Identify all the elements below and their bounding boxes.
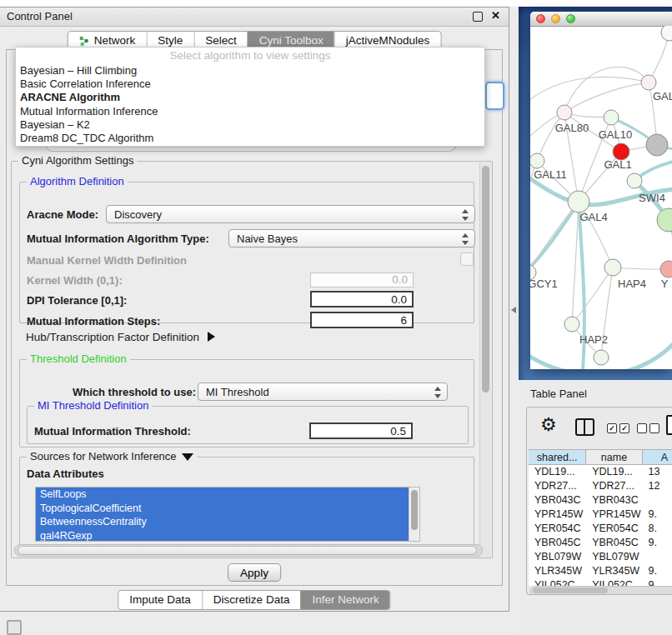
algorithm-option[interactable]: Bayesian – Hill Climbing <box>16 64 484 78</box>
document-icon[interactable] <box>666 415 672 435</box>
tab-infer-network[interactable]: Infer Network <box>300 591 389 609</box>
table-row[interactable]: YER054CYER054C8. <box>529 522 672 536</box>
expanded-arrow-icon <box>182 453 193 461</box>
attribute-item[interactable]: BetweennessCentrality <box>36 515 412 529</box>
dpi-tolerance-field[interactable]: 0.0 <box>310 291 414 308</box>
table-hscroll-thumb[interactable] <box>533 588 608 593</box>
algorithm-options: Bayesian – Hill ClimbingBasic Correlatio… <box>16 64 484 145</box>
column-header-name[interactable]: name <box>586 449 642 465</box>
algorithm-option[interactable]: Dream8 DC_TDC Algorithm <box>16 132 484 145</box>
aracne-mode-select[interactable]: Discovery <box>106 205 475 223</box>
tab-label: Infer Network <box>312 591 379 609</box>
algorithm-option[interactable]: Bayesian – K2 <box>16 118 484 132</box>
network-node-gal1[interactable] <box>613 143 629 160</box>
network-node-gal10[interactable] <box>604 110 619 125</box>
cyni-task-tabs: Impute DataDiscretize DataInfer Network <box>118 590 390 610</box>
table-row[interactable]: YDR27...YDR27...12 <box>529 479 672 493</box>
node-table[interactable]: shared...nameAYDL19...YDL19...13YDR27...… <box>529 449 672 586</box>
algorithm-definition-group: Algorithm Definition Aracne Mode: Discov… <box>19 182 474 323</box>
column-header-shared[interactable]: shared... <box>529 449 586 465</box>
columns-icon[interactable] <box>575 418 594 436</box>
algorithm-option[interactable]: Basic Correlation Inference <box>16 78 484 91</box>
window-title: Control Panel <box>7 10 73 22</box>
float-window-icon[interactable] <box>473 12 483 22</box>
sources-group: Sources for Network Inference Data Attri… <box>19 457 474 553</box>
tab-label: Impute Data <box>129 591 191 609</box>
table-horizontal-scrollbar[interactable] <box>530 586 672 595</box>
hub-definition-toggle[interactable]: Hub/Transcription Factor Definition <box>26 331 215 343</box>
zoom-traffic-light-icon[interactable] <box>566 14 575 23</box>
tab-impute-data[interactable]: Impute Data <box>118 591 202 609</box>
gear-icon[interactable]: ⚙ <box>540 414 557 436</box>
algorithm-option[interactable]: ARACNE Algorithm <box>16 91 484 104</box>
mi-steps-field[interactable]: 6 <box>310 312 414 328</box>
network-node-hap2[interactable] <box>564 317 579 332</box>
network-window[interactable]: GALGAL80GAL10GAL1GAL11SWI4GAL4GCY1HAP4YH… <box>530 12 672 369</box>
network-node-gal11[interactable] <box>530 153 544 168</box>
attribute-item[interactable]: TopologicalCoefficient <box>36 502 412 516</box>
splitter-collapse-arrow[interactable] <box>511 307 516 313</box>
manual-kernel-checkbox[interactable] <box>460 252 474 266</box>
table-cell: YPR145W <box>529 508 586 522</box>
which-threshold-select[interactable]: MI Threshold <box>198 382 448 401</box>
network-node-hap4[interactable] <box>604 259 621 276</box>
network-edge[interactable] <box>564 67 649 112</box>
column-header-a[interactable]: A <box>643 449 672 465</box>
apply-button[interactable]: Apply <box>228 563 281 582</box>
kernel-width-field[interactable]: 0.0 <box>310 272 414 288</box>
network-node[interactable] <box>657 208 672 232</box>
tab-discretize-data[interactable]: Discretize Data <box>202 591 301 609</box>
settings-vertical-scrollbar[interactable] <box>479 162 491 557</box>
network-node-swi4[interactable] <box>627 173 642 188</box>
network-node-gal[interactable] <box>641 75 656 90</box>
settings-group-title: Cyni Algorithm Settings <box>18 154 137 167</box>
attribute-items: SelfLoopsTopologicalCoefficientBetweenne… <box>36 488 419 542</box>
table-cell: 12 <box>643 479 672 493</box>
table-row[interactable]: YBR045CYBR045C9. <box>529 536 672 550</box>
network-node-y[interactable] <box>660 261 672 278</box>
settings-horizontal-scrollbar[interactable] <box>14 544 483 557</box>
stepper-arrows-icon <box>462 208 469 222</box>
network-edge[interactable] <box>530 77 649 105</box>
settings-hscroll-thumb[interactable] <box>18 546 477 555</box>
node-label: Y <box>661 278 669 290</box>
attributes-scrollbar[interactable] <box>409 488 419 541</box>
node-label: SWI4 <box>639 192 665 204</box>
network-node[interactable] <box>646 134 668 156</box>
data-attributes-list[interactable]: SelfLoopsTopologicalCoefficientBetweenne… <box>35 487 420 542</box>
network-node-gal4[interactable] <box>568 191 589 212</box>
table-row[interactable]: YIL052CYIL052C9 <box>529 578 672 586</box>
mi-type-select[interactable]: Naive Bayes <box>228 229 475 248</box>
close-traffic-light-icon[interactable] <box>536 14 545 23</box>
select-all-checkboxes-icon[interactable]: ✓ ✓ <box>607 423 629 433</box>
node-label: HAP4 <box>618 278 646 290</box>
settings-scrollbar-thumb[interactable] <box>482 166 489 392</box>
network-edge[interactable] <box>572 268 613 324</box>
network-canvas[interactable]: GALGAL80GAL10GAL1GAL11SWI4GAL4GCY1HAP4YH… <box>530 26 672 369</box>
table-row[interactable]: YBR043CYBR043C <box>529 493 672 508</box>
table-row[interactable]: YDL19...YDL19...13 <box>529 465 672 479</box>
minimize-traffic-light-icon[interactable] <box>551 14 560 23</box>
attribute-item[interactable]: SelfLoops <box>36 488 412 502</box>
network-edge[interactable] <box>530 202 579 274</box>
table-row[interactable]: YLR345WYLR345W9. <box>529 564 672 578</box>
table-row[interactable]: YPR145WYPR145W9. <box>529 508 672 522</box>
close-icon[interactable]: ✕ <box>491 9 500 22</box>
network-edge[interactable] <box>564 82 649 112</box>
table-row[interactable]: YBL079WYBL079W <box>529 550 672 564</box>
collapsed-panel-icon[interactable] <box>7 620 22 635</box>
focused-spinner-fragment[interactable] <box>485 82 504 110</box>
table-cell: YDR27... <box>586 479 642 493</box>
network-edge[interactable] <box>572 202 579 324</box>
network-node[interactable] <box>594 350 609 365</box>
algorithm-option[interactable]: Mutual Information Inference <box>16 105 484 118</box>
table-cell: YLR345W <box>529 564 586 578</box>
attributes-scrollbar-thumb[interactable] <box>411 490 418 530</box>
mi-threshold-field[interactable]: 0.5 <box>309 422 413 439</box>
network-node-gal80[interactable] <box>557 105 572 120</box>
checked-box-icon: ✓ <box>619 423 629 433</box>
attribute-item[interactable]: gal4RGexp <box>36 529 412 542</box>
network-node[interactable] <box>661 26 672 41</box>
unselect-all-checkboxes-icon[interactable] <box>637 423 659 433</box>
sources-title[interactable]: Sources for Network Inference <box>27 450 197 462</box>
